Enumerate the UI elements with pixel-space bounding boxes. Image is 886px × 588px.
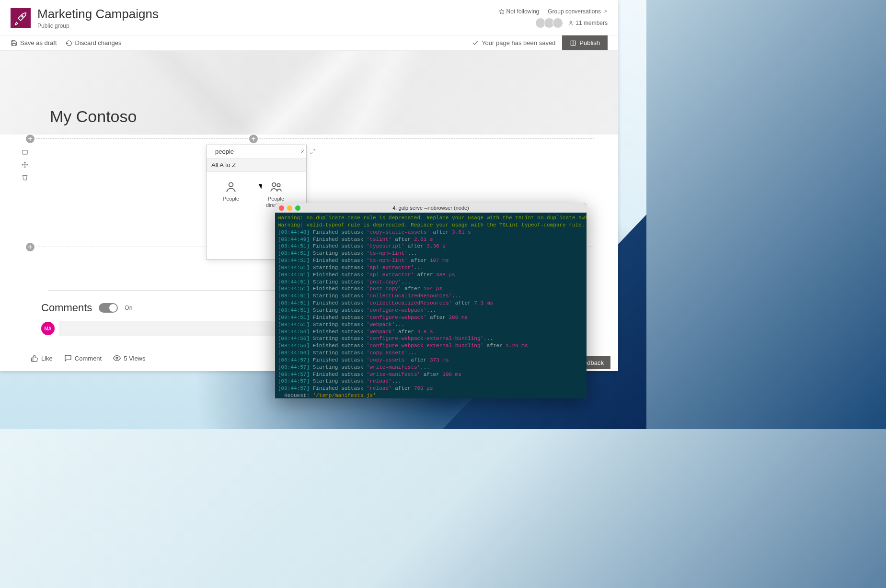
picker-actions [299,149,316,155]
site-title-wrap: Marketing Campaigns Public group [37,7,159,29]
terminal-body[interactable]: Warning: no-duplicate-case rule is depre… [275,213,587,398]
add-section-button[interactable]: + [25,134,35,144]
page-title[interactable]: My Contoso [50,107,137,126]
svg-line-14 [311,152,313,154]
avatars-row: 11 members [538,18,608,28]
expand-icon[interactable] [310,149,316,155]
discard-label: Discard changes [75,39,122,46]
chat-icon [64,354,72,362]
thumbs-up-icon [31,354,38,362]
add-webpart-button[interactable]: + [248,134,259,144]
picker-search-input[interactable] [215,148,296,155]
svg-rect-5 [23,150,28,154]
check-icon [472,40,479,46]
undo-icon [66,40,72,46]
avatar[interactable] [552,18,563,28]
like-button[interactable]: Like [31,354,53,362]
terminal-titlebar[interactable]: 4. gulp serve --nobrowser (node) [275,203,587,213]
svg-point-0 [22,15,23,17]
svg-marker-1 [499,9,504,14]
views-label: 5 Views [124,355,145,362]
person-icon [225,181,237,193]
picker-search-row [207,145,306,158]
person-icon [568,20,574,26]
picker-section-header: All A to Z [207,158,306,172]
external-icon [603,9,608,14]
site-header: Marketing Campaigns Public group Not fol… [0,0,618,35]
publish-icon [570,40,576,46]
svg-point-8 [116,357,118,359]
svg-point-16 [272,183,276,187]
webpart-item-people[interactable]: People [210,179,252,210]
engagement-bar: Like Comment 5 Views [31,354,146,362]
convo-link[interactable]: Group conversations [548,8,608,15]
delete-tool-icon[interactable] [21,173,29,181]
comments-toggle[interactable] [99,303,118,313]
section-tools [21,148,29,181]
comment-label: Comment [75,355,102,362]
terminal-title: 4. gulp serve --nobrowser (node) [275,205,587,211]
comment-input[interactable] [59,321,289,336]
header-right: Not following Group conversations 11 mem… [499,8,608,28]
svg-point-17 [277,184,280,187]
rocket-icon [13,11,28,25]
header-links: Not following Group conversations [499,8,608,15]
people-icon [270,181,282,193]
svg-point-15 [229,182,233,187]
svg-line-13 [313,149,315,151]
members-label: 11 members [575,20,608,26]
site-logo[interactable] [11,8,31,28]
save-draft-label: Save as draft [20,39,57,46]
command-bar: Save as draft Discard changes Your page … [0,35,618,51]
discard-button[interactable]: Discard changes [66,39,122,46]
views-count: 5 Views [113,354,145,362]
members-link[interactable]: 11 members [568,20,608,26]
comments-title: Comments [41,302,92,314]
publish-button[interactable]: Publish [562,35,608,50]
cmdbar-right: Your page has been saved Publish [472,38,608,47]
close-icon[interactable] [299,149,305,155]
svg-point-2 [570,21,572,23]
terminal-window[interactable]: 4. gulp serve --nobrowser (node) Warning… [275,203,587,398]
saved-status: Your page has been saved [472,39,555,46]
edit-tool-icon[interactable] [21,148,29,156]
site-subtitle: Public group [37,23,159,29]
content-divider [48,290,297,291]
save-draft-button[interactable]: Save as draft [11,39,57,46]
follow-label: Not following [506,8,540,15]
page-banner: My Contoso [0,51,618,135]
convo-label: Group conversations [548,8,601,15]
like-label: Like [41,355,53,362]
publish-label: Publish [579,39,600,46]
move-tool-icon[interactable] [21,161,29,169]
saved-label: Your page has been saved [482,39,555,46]
user-avatar: MA [41,322,55,335]
webpart-label: People [223,196,239,202]
star-icon [499,9,505,14]
add-section-button[interactable]: + [25,242,35,252]
site-title[interactable]: Marketing Campaigns [37,7,159,22]
follow-link[interactable]: Not following [499,8,540,15]
section-divider: + + [29,138,594,139]
comment-button[interactable]: Comment [64,354,102,362]
eye-icon [113,354,121,362]
save-icon [11,40,17,46]
toggle-label: On [125,305,132,311]
